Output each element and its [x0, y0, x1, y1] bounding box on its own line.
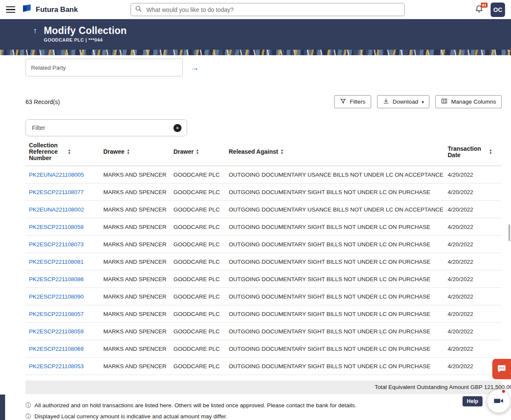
download-label: Download: [393, 99, 418, 105]
total-outstanding-amount: Total Equivalent Outstanding Amount GBP …: [375, 384, 511, 390]
drawer-cell: GOODCARE PLC: [170, 236, 225, 253]
manage-columns-label: Manage Columns: [451, 99, 496, 105]
corner-accent-block: [0, 395, 5, 420]
sort-icon[interactable]: [490, 149, 491, 155]
transaction-date-cell: 4/20/2022: [444, 305, 502, 323]
drawer-cell: GOODCARE PLC: [170, 183, 225, 201]
table-body: PK2EUNA221108005 MARKS AND SPENCER GOODC…: [26, 166, 502, 375]
clear-filter-icon[interactable]: [173, 124, 182, 132]
transaction-date-cell: 4/20/2022: [444, 323, 502, 340]
collection-reference-link[interactable]: PK2ESCP221108073: [29, 241, 84, 248]
chat-button[interactable]: [492, 359, 511, 379]
notifications-button[interactable]: 61: [474, 4, 485, 15]
collection-reference-link[interactable]: PK2EUNA221108002: [29, 206, 84, 213]
table-row: PK2ESCP221108059 MARKS AND SPENCER GOODC…: [26, 323, 502, 340]
global-search-input[interactable]: [145, 6, 400, 14]
drawee-cell: MARKS AND SPENCER: [100, 236, 170, 253]
help-button[interactable]: Help: [463, 396, 483, 406]
sort-icon[interactable]: [128, 149, 129, 155]
table-row: PK2ESCP221108053 MARKS AND SPENCER GOODC…: [26, 358, 502, 375]
info-icon: [26, 413, 31, 420]
collection-reference-link[interactable]: PK2ESCP221108086: [29, 276, 84, 282]
sort-icon[interactable]: [196, 149, 198, 155]
drawee-cell: MARKS AND SPENCER: [100, 166, 170, 183]
released-against-cell: OUTGOING DOCUMENTARY SIGHT BILLS NOT UND…: [225, 183, 444, 201]
filters-label: Filters: [350, 99, 366, 105]
released-against-cell: OUTGOING DOCUMENTARY SIGHT BILLS NOT UND…: [225, 358, 444, 375]
related-party-row: [26, 59, 502, 76]
drawee-cell: MARKS AND SPENCER: [100, 340, 170, 358]
drawee-cell: MARKS AND SPENCER: [100, 358, 170, 375]
columns-icon: [441, 98, 448, 106]
drawee-cell: MARKS AND SPENCER: [100, 271, 170, 288]
avatar[interactable]: OC: [491, 3, 505, 17]
vertical-scrollbar[interactable]: [508, 224, 510, 241]
manage-columns-button[interactable]: Manage Columns: [435, 95, 502, 108]
column-header-collection-reference: Collection Reference Number: [26, 139, 100, 166]
transaction-date-cell: 4/20/2022: [444, 218, 502, 236]
back-arrow-icon[interactable]: [33, 25, 37, 36]
chevron-down-icon: [422, 99, 424, 105]
released-against-cell: OUTGOING DOCUMENTARY SIGHT BILLS NOT UND…: [225, 305, 444, 323]
drawee-cell: MARKS AND SPENCER: [100, 288, 170, 305]
brand[interactable]: Futura Bank: [21, 4, 78, 16]
collection-reference-link[interactable]: PK2ESCP221108059: [29, 328, 84, 335]
info-icon: [26, 402, 31, 409]
transaction-date-cell: 4/20/2022: [444, 236, 502, 253]
video-camera-icon: [493, 395, 504, 408]
released-against-cell: OUTGOING DOCUMENTARY USANCE BILLS NOT UN…: [225, 201, 444, 218]
drawee-cell: MARKS AND SPENCER: [100, 183, 170, 201]
global-search[interactable]: [131, 3, 405, 16]
drawer-cell: GOODCARE PLC: [170, 358, 225, 375]
collection-reference-link[interactable]: PK2ESCP221108090: [29, 293, 84, 300]
table-row: PK2ESCP221108086 MARKS AND SPENCER GOODC…: [26, 271, 502, 288]
collection-reference-link[interactable]: PK2ESCP221108081: [29, 259, 84, 265]
released-against-cell: OUTGOING DOCUMENTARY SIGHT BILLS NOT UND…: [225, 340, 444, 358]
download-icon: [383, 98, 389, 106]
drawer-cell: GOODCARE PLC: [170, 271, 225, 288]
drawer-cell: GOODCARE PLC: [170, 218, 225, 236]
collections-table: Collection Reference Number Drawee Drawe…: [26, 139, 502, 375]
filters-button[interactable]: Filters: [334, 95, 371, 108]
submit-arrow-icon[interactable]: [190, 63, 199, 73]
table-filter-input[interactable]: [31, 124, 170, 132]
released-against-cell: OUTGOING DOCUMENTARY SIGHT BILLS NOT UND…: [225, 271, 444, 288]
download-button[interactable]: Download: [377, 95, 430, 108]
column-header-drawee: Drawee: [100, 139, 170, 166]
total-bar: Total Equivalent Outstanding Amount GBP …: [26, 381, 502, 394]
released-against-cell: OUTGOING DOCUMENTARY SIGHT BILLS NOT UND…: [225, 218, 444, 236]
collection-reference-link[interactable]: PK2ESCP221108058: [29, 224, 84, 230]
collection-reference-link[interactable]: PK2ESCP221108053: [29, 363, 84, 369]
transaction-date-cell: 4/20/2022: [444, 253, 502, 271]
footnotes: All authorized and on hold transactions …: [26, 402, 502, 420]
transaction-date-cell: 4/20/2022: [444, 288, 502, 305]
drawer-cell: GOODCARE PLC: [170, 166, 225, 183]
sort-icon[interactable]: [281, 149, 283, 155]
drawer-cell: GOODCARE PLC: [170, 253, 225, 271]
table-header-row: Collection Reference Number Drawee Drawe…: [26, 139, 502, 166]
table-filter[interactable]: [26, 119, 187, 136]
transaction-date-cell: 4/20/2022: [444, 271, 502, 288]
note-local-currency: Displayed Local currency amount is indic…: [26, 413, 502, 420]
menu-icon[interactable]: [6, 6, 15, 13]
video-call-button[interactable]: [487, 390, 510, 413]
table-row: PK2ESCP221108057 MARKS AND SPENCER GOODC…: [26, 305, 502, 323]
collection-reference-link[interactable]: PK2EUNA221108005: [29, 172, 84, 178]
funnel-icon: [340, 98, 346, 106]
records-count: 63 Record(s): [26, 99, 60, 105]
released-against-cell: OUTGOING DOCUMENTARY SIGHT BILLS NOT UND…: [225, 323, 444, 340]
transaction-date-cell: 4/20/2022: [444, 183, 502, 201]
collection-reference-link[interactable]: PK2ESCP221108069: [29, 346, 84, 352]
collection-reference-link[interactable]: PK2ESCP221108077: [29, 189, 84, 195]
drawee-cell: MARKS AND SPENCER: [100, 218, 170, 236]
released-against-cell: OUTGOING DOCUMENTARY SIGHT BILLS NOT UND…: [225, 253, 444, 271]
decorative-pattern-strip: [0, 50, 511, 55]
search-icon: [135, 6, 142, 14]
related-party-field[interactable]: [26, 59, 183, 76]
table-row: PK2ESCP221108077 MARKS AND SPENCER GOODC…: [26, 183, 502, 201]
drawer-cell: GOODCARE PLC: [170, 340, 225, 358]
topbar: Futura Bank 61 OC: [0, 0, 511, 19]
note-authorized: All authorized and on hold transactions …: [26, 402, 502, 409]
sort-icon[interactable]: [68, 149, 70, 155]
collection-reference-link[interactable]: PK2ESCP221108057: [29, 311, 84, 317]
